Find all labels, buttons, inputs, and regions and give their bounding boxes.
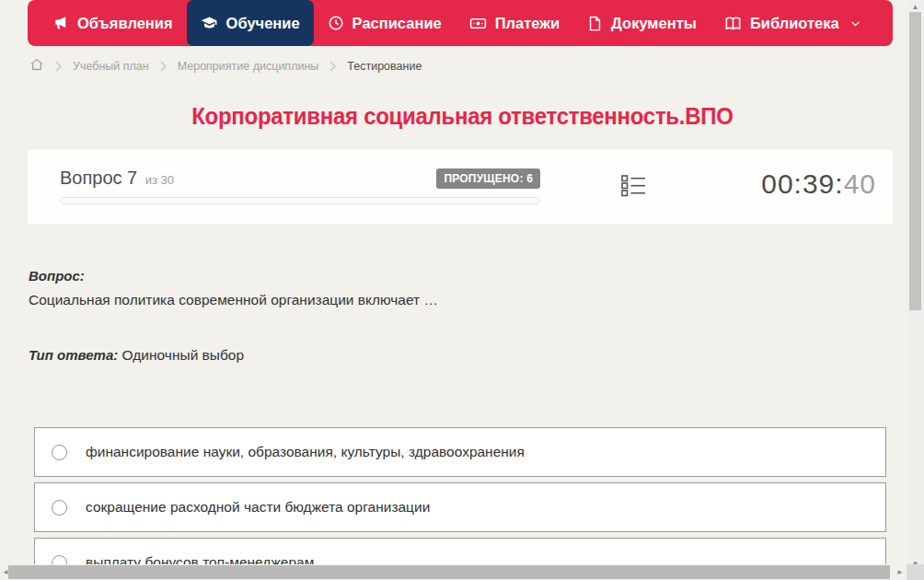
vertical-scrollbar[interactable]: ▲ ▼: [907, 0, 924, 580]
scrollbar-corner: [907, 564, 924, 580]
lms-test-page: Объявления Обучение Расписание Платежи Д…: [0, 0, 924, 580]
nav-item-schedule[interactable]: Расписание: [314, 0, 456, 46]
timer-hours-minutes: 00:39:: [761, 168, 843, 199]
scroll-up-arrow[interactable]: ▲: [907, 3, 924, 11]
question-text: Социальная политика современной организа…: [29, 292, 857, 308]
document-icon: [587, 16, 603, 31]
open-book-icon: [724, 15, 742, 32]
radio-button[interactable]: [52, 445, 67, 460]
nav-label: Библиотека: [750, 15, 839, 32]
answer-option-2[interactable]: сокращение расходной части бюджета орган…: [34, 482, 886, 532]
page-title-row: Корпоративная социальная ответственность…: [0, 103, 924, 130]
nav-label: Объявления: [77, 15, 173, 32]
clock-icon: [328, 15, 344, 31]
question-list-button[interactable]: [620, 172, 648, 200]
top-navigation: Объявления Обучение Расписание Платежи Д…: [28, 0, 893, 46]
answer-option-1[interactable]: финансирование науки, образования, культ…: [34, 427, 886, 477]
nav-item-documents[interactable]: Документы: [573, 0, 710, 46]
home-icon[interactable]: [29, 57, 44, 75]
page-title: Корпоративная социальная ответственность…: [191, 103, 733, 130]
nav-label: Документы: [611, 15, 697, 32]
megaphone-icon: [52, 15, 69, 31]
countdown-timer: 00:39:40: [761, 168, 876, 200]
answer-type-label: Тип ответа:: [29, 347, 118, 363]
nav-label: Расписание: [352, 15, 442, 32]
chevron-right-icon: [159, 61, 167, 72]
horizontal-scrollbar-thumb[interactable]: [8, 565, 890, 579]
timer-seconds: 40: [844, 168, 876, 199]
question-caption: Вопрос:: [29, 268, 857, 284]
question-status-card: Вопрос 7 из 30 ПРОПУЩЕНО: 6 00:39:40: [28, 150, 893, 224]
chevron-right-icon: [329, 61, 337, 72]
banknote-icon: [469, 15, 487, 32]
nav-label: Платежи: [495, 15, 560, 32]
nav-item-payments[interactable]: Платежи: [456, 0, 573, 46]
checklist-icon: [620, 185, 646, 201]
nav-item-announcements[interactable]: Объявления: [39, 0, 187, 46]
nav-item-library[interactable]: Библиотека: [710, 0, 875, 46]
nav-label: Обучение: [226, 15, 300, 32]
breadcrumb-item-discipline-event[interactable]: Мероприятие дисциплины: [178, 60, 319, 73]
question-block: Вопрос: Социальная политика современной …: [29, 268, 857, 364]
test-progress-bar: [60, 197, 540, 204]
nav-item-learning[interactable]: Обучение: [187, 0, 314, 46]
vertical-scrollbar-thumb[interactable]: [909, 12, 921, 310]
question-progress-section: Вопрос 7 из 30 ПРОПУЩЕНО: 6: [60, 150, 540, 224]
chevron-right-icon: [54, 61, 63, 72]
horizontal-scrollbar[interactable]: ◄ ►: [0, 564, 907, 580]
breadcrumb-item-testing: Тестирование: [347, 60, 422, 73]
question-total: из 30: [145, 173, 174, 187]
question-number: Вопрос 7: [60, 168, 137, 188]
scroll-right-arrow[interactable]: ►: [896, 568, 904, 576]
breadcrumb-item-study-plan[interactable]: Учебный план: [73, 60, 149, 73]
graduation-cap-icon: [201, 15, 218, 32]
skipped-badge: ПРОПУЩЕНО: 6: [436, 168, 540, 189]
answer-type-value: Одиночный выбор: [122, 347, 245, 363]
answer-option-label: финансирование науки, образования, культ…: [86, 444, 525, 460]
answer-type-row: Тип ответа: Одиночный выбор: [29, 347, 857, 364]
breadcrumb: Учебный план Мероприятие дисциплины Тест…: [29, 57, 422, 75]
answer-option-label: сокращение расходной части бюджета орган…: [86, 499, 430, 516]
radio-button[interactable]: [52, 500, 67, 516]
chevron-down-icon: [849, 17, 861, 29]
answer-options: финансирование науки, образования, культ…: [34, 427, 886, 580]
